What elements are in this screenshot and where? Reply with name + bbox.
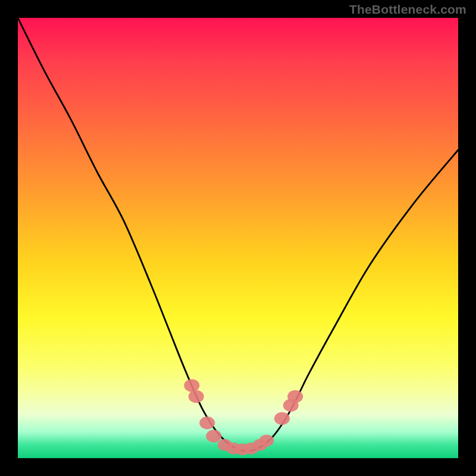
curve-line — [18, 18, 458, 451]
plot-area — [18, 18, 458, 458]
bead — [287, 390, 303, 403]
watermark-text: TheBottleneck.com — [349, 2, 466, 17]
bottleneck-curve — [18, 18, 458, 458]
bead — [206, 430, 221, 442]
bead — [259, 434, 274, 446]
bead — [199, 416, 215, 429]
chart-frame: TheBottleneck.com — [0, 0, 476, 476]
bead — [274, 412, 290, 425]
bead — [189, 390, 204, 403]
bead-markers — [184, 379, 303, 455]
bead — [184, 379, 199, 392]
